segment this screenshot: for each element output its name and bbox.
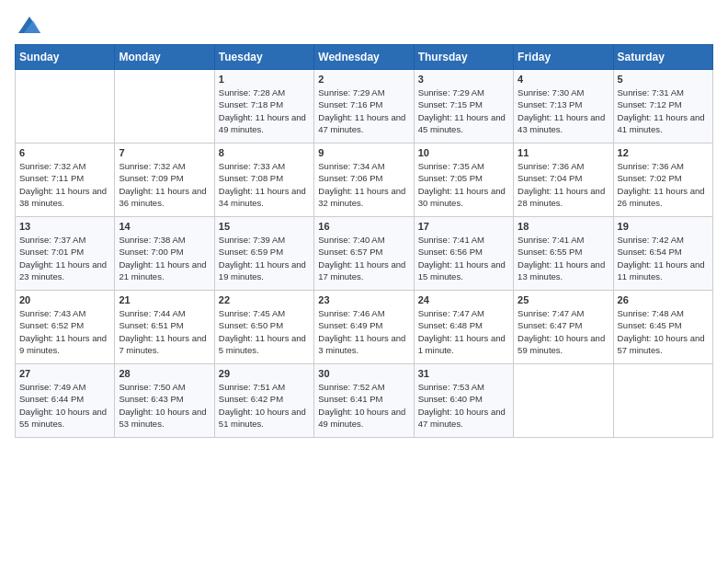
day-number: 17 — [418, 221, 509, 232]
day-number: 18 — [518, 221, 609, 232]
day-info: Sunrise: 7:47 AM Sunset: 6:47 PM Dayligh… — [518, 307, 609, 356]
calendar-day-5: 5Sunrise: 7:31 AM Sunset: 7:12 PM Daylig… — [613, 70, 712, 144]
day-number: 31 — [418, 368, 509, 379]
day-number: 11 — [518, 147, 609, 158]
calendar-day-26: 26Sunrise: 7:48 AM Sunset: 6:45 PM Dayli… — [613, 291, 712, 364]
calendar-day-7: 7Sunrise: 7:32 AM Sunset: 7:09 PM Daylig… — [115, 144, 214, 217]
logo-icon — [17, 15, 42, 35]
calendar-day-2: 2Sunrise: 7:29 AM Sunset: 7:16 PM Daylig… — [314, 70, 414, 144]
day-number: 24 — [418, 294, 509, 305]
empty-day — [115, 70, 214, 144]
day-info: Sunrise: 7:49 AM Sunset: 6:44 PM Dayligh… — [19, 381, 110, 430]
calendar-day-24: 24Sunrise: 7:47 AM Sunset: 6:48 PM Dayli… — [414, 291, 513, 364]
calendar-day-19: 19Sunrise: 7:42 AM Sunset: 6:54 PM Dayli… — [613, 217, 712, 291]
calendar-day-15: 15Sunrise: 7:39 AM Sunset: 6:59 PM Dayli… — [214, 217, 313, 291]
empty-day — [16, 70, 115, 144]
day-number: 16 — [318, 221, 409, 232]
calendar-day-21: 21Sunrise: 7:44 AM Sunset: 6:51 PM Dayli… — [115, 291, 214, 364]
calendar-day-12: 12Sunrise: 7:36 AM Sunset: 7:02 PM Dayli… — [613, 144, 712, 217]
day-info: Sunrise: 7:28 AM Sunset: 7:18 PM Dayligh… — [219, 86, 310, 135]
calendar-table: SundayMondayTuesdayWednesdayThursdayFrid… — [15, 44, 713, 438]
col-header-tuesday: Tuesday — [214, 45, 313, 70]
day-number: 1 — [219, 74, 310, 85]
day-number: 4 — [518, 74, 609, 85]
day-number: 10 — [418, 147, 509, 158]
day-info: Sunrise: 7:32 AM Sunset: 7:11 PM Dayligh… — [19, 160, 110, 209]
calendar-day-9: 9Sunrise: 7:34 AM Sunset: 7:06 PM Daylig… — [314, 144, 414, 217]
calendar-day-22: 22Sunrise: 7:45 AM Sunset: 6:50 PM Dayli… — [214, 291, 313, 364]
page-header — [15, 15, 713, 35]
day-info: Sunrise: 7:47 AM Sunset: 6:48 PM Dayligh… — [418, 307, 509, 356]
calendar-day-13: 13Sunrise: 7:37 AM Sunset: 7:01 PM Dayli… — [16, 217, 115, 291]
day-number: 8 — [219, 147, 310, 158]
day-info: Sunrise: 7:37 AM Sunset: 7:01 PM Dayligh… — [19, 234, 110, 282]
day-info: Sunrise: 7:46 AM Sunset: 6:49 PM Dayligh… — [318, 307, 409, 356]
calendar-week-row: 20Sunrise: 7:43 AM Sunset: 6:52 PM Dayli… — [16, 291, 713, 364]
day-info: Sunrise: 7:34 AM Sunset: 7:06 PM Dayligh… — [318, 160, 409, 209]
col-header-friday: Friday — [514, 45, 613, 70]
col-header-saturday: Saturday — [613, 45, 712, 70]
day-number: 9 — [318, 147, 409, 158]
day-info: Sunrise: 7:40 AM Sunset: 6:57 PM Dayligh… — [318, 234, 409, 282]
calendar-day-23: 23Sunrise: 7:46 AM Sunset: 6:49 PM Dayli… — [314, 291, 414, 364]
day-number: 7 — [119, 147, 210, 158]
day-number: 14 — [119, 221, 210, 232]
day-number: 3 — [418, 74, 509, 85]
day-info: Sunrise: 7:36 AM Sunset: 7:02 PM Dayligh… — [618, 160, 709, 209]
calendar-day-25: 25Sunrise: 7:47 AM Sunset: 6:47 PM Dayli… — [514, 291, 613, 364]
empty-day — [613, 364, 712, 438]
calendar-day-3: 3Sunrise: 7:29 AM Sunset: 7:15 PM Daylig… — [414, 70, 513, 144]
day-number: 25 — [518, 294, 609, 305]
calendar-day-10: 10Sunrise: 7:35 AM Sunset: 7:05 PM Dayli… — [414, 144, 513, 217]
day-info: Sunrise: 7:33 AM Sunset: 7:08 PM Dayligh… — [219, 160, 310, 209]
calendar-day-11: 11Sunrise: 7:36 AM Sunset: 7:04 PM Dayli… — [514, 144, 613, 217]
day-info: Sunrise: 7:29 AM Sunset: 7:16 PM Dayligh… — [318, 86, 409, 135]
day-info: Sunrise: 7:51 AM Sunset: 6:42 PM Dayligh… — [219, 381, 310, 430]
calendar-day-30: 30Sunrise: 7:52 AM Sunset: 6:41 PM Dayli… — [314, 364, 414, 438]
day-number: 12 — [618, 147, 709, 158]
day-info: Sunrise: 7:43 AM Sunset: 6:52 PM Dayligh… — [19, 307, 110, 356]
day-number: 22 — [219, 294, 310, 305]
calendar-day-29: 29Sunrise: 7:51 AM Sunset: 6:42 PM Dayli… — [214, 364, 313, 438]
day-number: 20 — [19, 294, 110, 305]
calendar-day-6: 6Sunrise: 7:32 AM Sunset: 7:11 PM Daylig… — [16, 144, 115, 217]
calendar-day-20: 20Sunrise: 7:43 AM Sunset: 6:52 PM Dayli… — [16, 291, 115, 364]
day-info: Sunrise: 7:32 AM Sunset: 7:09 PM Dayligh… — [119, 160, 210, 209]
calendar-day-18: 18Sunrise: 7:41 AM Sunset: 6:55 PM Dayli… — [514, 217, 613, 291]
day-info: Sunrise: 7:41 AM Sunset: 6:56 PM Dayligh… — [418, 234, 509, 282]
day-number: 19 — [618, 221, 709, 232]
day-info: Sunrise: 7:29 AM Sunset: 7:15 PM Dayligh… — [418, 86, 509, 135]
day-info: Sunrise: 7:31 AM Sunset: 7:12 PM Dayligh… — [618, 86, 709, 135]
day-number: 26 — [618, 294, 709, 305]
calendar-day-14: 14Sunrise: 7:38 AM Sunset: 7:00 PM Dayli… — [115, 217, 214, 291]
calendar-day-31: 31Sunrise: 7:53 AM Sunset: 6:40 PM Dayli… — [414, 364, 513, 438]
day-info: Sunrise: 7:36 AM Sunset: 7:04 PM Dayligh… — [518, 160, 609, 209]
day-number: 6 — [19, 147, 110, 158]
day-info: Sunrise: 7:42 AM Sunset: 6:54 PM Dayligh… — [618, 234, 709, 282]
calendar-week-row: 13Sunrise: 7:37 AM Sunset: 7:01 PM Dayli… — [16, 217, 713, 291]
day-info: Sunrise: 7:44 AM Sunset: 6:51 PM Dayligh… — [119, 307, 210, 356]
empty-day — [514, 364, 613, 438]
calendar-day-17: 17Sunrise: 7:41 AM Sunset: 6:56 PM Dayli… — [414, 217, 513, 291]
col-header-monday: Monday — [115, 45, 214, 70]
day-number: 2 — [318, 74, 409, 85]
col-header-wednesday: Wednesday — [314, 45, 414, 70]
calendar-week-row: 27Sunrise: 7:49 AM Sunset: 6:44 PM Dayli… — [16, 364, 713, 438]
col-header-thursday: Thursday — [414, 45, 513, 70]
calendar-day-27: 27Sunrise: 7:49 AM Sunset: 6:44 PM Dayli… — [16, 364, 115, 438]
day-info: Sunrise: 7:52 AM Sunset: 6:41 PM Dayligh… — [318, 381, 409, 430]
day-number: 21 — [119, 294, 210, 305]
col-header-sunday: Sunday — [16, 45, 115, 70]
day-number: 27 — [19, 368, 110, 379]
day-info: Sunrise: 7:35 AM Sunset: 7:05 PM Dayligh… — [418, 160, 509, 209]
day-number: 15 — [219, 221, 310, 232]
calendar-day-1: 1Sunrise: 7:28 AM Sunset: 7:18 PM Daylig… — [214, 70, 313, 144]
day-info: Sunrise: 7:48 AM Sunset: 6:45 PM Dayligh… — [618, 307, 709, 356]
day-info: Sunrise: 7:38 AM Sunset: 7:00 PM Dayligh… — [119, 234, 210, 282]
day-info: Sunrise: 7:45 AM Sunset: 6:50 PM Dayligh… — [219, 307, 310, 356]
calendar-week-row: 1Sunrise: 7:28 AM Sunset: 7:18 PM Daylig… — [16, 70, 713, 144]
calendar-day-16: 16Sunrise: 7:40 AM Sunset: 6:57 PM Dayli… — [314, 217, 414, 291]
calendar-day-8: 8Sunrise: 7:33 AM Sunset: 7:08 PM Daylig… — [214, 144, 313, 217]
day-info: Sunrise: 7:30 AM Sunset: 7:13 PM Dayligh… — [518, 86, 609, 135]
day-number: 30 — [318, 368, 409, 379]
